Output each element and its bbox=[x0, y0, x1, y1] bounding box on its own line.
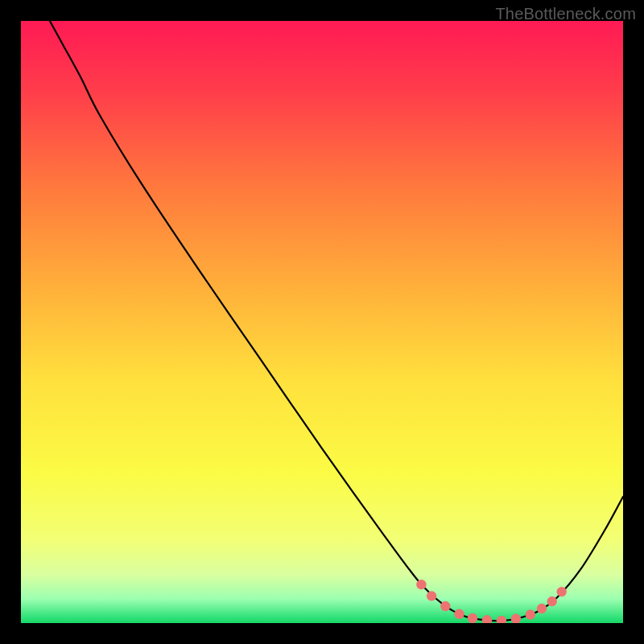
marker-dot bbox=[427, 591, 436, 601]
marker-dot bbox=[557, 587, 567, 597]
gradient-background bbox=[21, 21, 623, 623]
marker-dot bbox=[416, 580, 426, 589]
plot-area bbox=[21, 21, 623, 623]
marker-dot bbox=[468, 613, 477, 623]
marker-dot bbox=[526, 609, 535, 619]
watermark-text: TheBottleneck.com bbox=[495, 5, 636, 23]
plot-svg bbox=[21, 21, 623, 623]
marker-dot bbox=[537, 604, 547, 613]
marker-dot bbox=[440, 601, 450, 611]
marker-dot bbox=[454, 609, 464, 619]
marker-dot bbox=[547, 597, 557, 606]
chart-stage: TheBottleneck.com bbox=[0, 0, 644, 644]
